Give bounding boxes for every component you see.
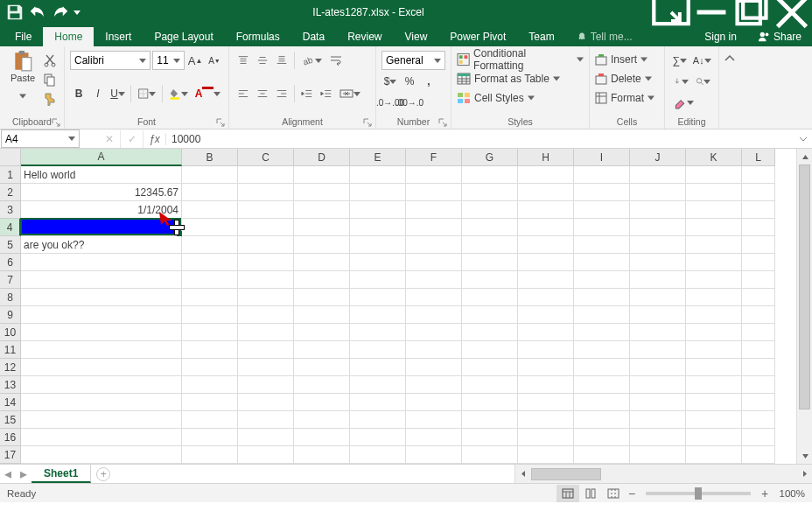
align-bottom-button[interactable] [273,51,290,70]
cell-C16[interactable] [238,429,294,446]
scroll-left-button[interactable] [515,466,531,482]
cell-K3[interactable] [686,201,742,219]
cell-K1[interactable] [686,166,742,184]
cell-A3[interactable]: 1/1/2004 [21,201,182,219]
colhead-D[interactable]: D [294,149,350,166]
cell-F5[interactable] [406,236,462,254]
cell-G6[interactable] [462,254,518,271]
scroll-right-button[interactable] [796,466,812,482]
cell-H10[interactable] [518,324,574,341]
rowhead-2[interactable]: 2 [0,184,21,201]
fill-button[interactable] [670,72,691,91]
underline-button[interactable]: U [108,84,127,103]
cell-H13[interactable] [518,376,574,394]
cell-I11[interactable] [574,341,630,359]
tab-formulas[interactable]: Formulas [225,27,291,46]
cell-C5[interactable] [238,236,294,254]
number-format-select[interactable]: General [382,51,445,70]
colhead-C[interactable]: C [238,149,294,166]
cell-K14[interactable] [686,394,742,411]
cell-E2[interactable] [350,184,406,201]
cell-A16[interactable] [21,429,182,446]
font-dialog-launcher[interactable] [215,116,226,126]
cell-L15[interactable] [742,411,775,429]
scroll-up-button[interactable] [797,149,812,164]
italic-button[interactable]: I [89,84,107,103]
cell-H5[interactable] [518,236,574,254]
colhead-E[interactable]: E [350,149,406,166]
cell-K6[interactable] [686,254,742,271]
bold-button[interactable]: B [70,84,88,103]
cell-B7[interactable] [182,271,238,289]
rowhead-16[interactable]: 16 [0,429,21,446]
cell-I9[interactable] [574,306,630,324]
cell-C10[interactable] [238,324,294,341]
cell-L13[interactable] [742,376,775,394]
vscroll-thumb[interactable] [799,164,810,410]
format-as-table-button[interactable]: Format as Table [457,69,584,88]
tab-scroll-next[interactable]: ▸ [16,465,32,484]
cell-E17[interactable] [350,446,406,464]
cell-I16[interactable] [574,429,630,446]
cell-G7[interactable] [462,271,518,289]
cell-G5[interactable] [462,236,518,254]
cell-A10[interactable] [21,324,182,341]
font-size-select[interactable]: 11 [152,51,185,70]
cell-J1[interactable] [630,166,686,184]
cell-J5[interactable] [630,236,686,254]
cell-I7[interactable] [574,271,630,289]
format-painter-button[interactable] [40,90,60,108]
rowhead-3[interactable]: 3 [0,201,21,219]
signin-button[interactable]: Sign in [694,27,747,46]
cell-C15[interactable] [238,411,294,429]
cell-B11[interactable] [182,341,238,359]
cancel-formula-button[interactable]: ✕ [98,130,121,148]
cell-E4[interactable] [350,219,406,236]
tab-power-pivot[interactable]: Power Pivot [438,27,517,46]
cell-J16[interactable] [630,429,686,446]
cell-L1[interactable] [742,166,775,184]
cell-D17[interactable] [294,446,350,464]
cell-G2[interactable] [462,184,518,201]
share-button[interactable]: Share [747,27,812,46]
cell-L17[interactable] [742,446,775,464]
cell-B10[interactable] [182,324,238,341]
cell-G16[interactable] [462,429,518,446]
hscroll-thumb[interactable] [531,468,601,480]
tab-file[interactable]: File [4,27,43,46]
cell-H11[interactable] [518,341,574,359]
rowhead-5[interactable]: 5 [0,236,21,254]
cell-G10[interactable] [462,324,518,341]
cell-H6[interactable] [518,254,574,271]
zoom-thumb[interactable] [695,487,702,500]
cell-E16[interactable] [350,429,406,446]
cell-D10[interactable] [294,324,350,341]
cell-D3[interactable] [294,201,350,219]
tab-review[interactable]: Review [336,27,393,46]
cell-F8[interactable] [406,289,462,306]
cell-I4[interactable] [574,219,630,236]
cell-J13[interactable] [630,376,686,394]
page-layout-view-button[interactable] [579,485,602,502]
cell-G4[interactable] [462,219,518,236]
zoom-in-button[interactable]: + [758,486,772,500]
cell-L10[interactable] [742,324,775,341]
cell-I14[interactable] [574,394,630,411]
cell-C2[interactable] [238,184,294,201]
cell-D12[interactable] [294,359,350,376]
cell-A13[interactable] [21,376,182,394]
cell-styles-button[interactable]: Cell Styles [457,88,584,108]
cell-G1[interactable] [462,166,518,184]
cell-C1[interactable] [238,166,294,184]
cell-I12[interactable] [574,359,630,376]
cell-H2[interactable] [518,184,574,201]
cell-G8[interactable] [462,289,518,306]
cell-J8[interactable] [630,289,686,306]
cell-I6[interactable] [574,254,630,271]
fx-icon[interactable]: ƒx [144,133,166,145]
borders-button[interactable] [135,84,159,103]
enter-formula-button[interactable]: ✓ [121,130,144,148]
cell-A7[interactable] [21,271,182,289]
tab-page-layout[interactable]: Page Layout [143,27,224,46]
collapse-ribbon-button[interactable] [719,46,740,129]
